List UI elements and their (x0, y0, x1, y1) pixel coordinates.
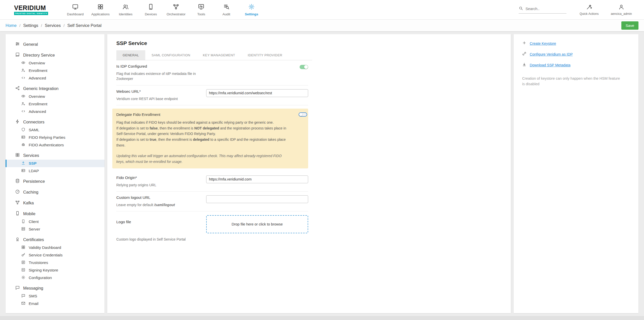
nav-item-dashboard[interactable]: Dashboard (63, 4, 88, 16)
sidebar-item-label: Persistence (23, 179, 45, 184)
nav-item-settings[interactable]: Settings (239, 4, 264, 16)
sidebar-item-fido-authenticators[interactable]: FIDO Authenticators (6, 141, 104, 149)
server-icon (21, 227, 25, 232)
sidebar-item-client[interactable]: Client (6, 218, 104, 225)
enroll-icon (21, 68, 25, 73)
sidebar-item-connectors[interactable]: Connectors (6, 118, 104, 126)
sidebar-item-ldap[interactable]: LDAP (6, 167, 104, 175)
sidebar-item-label: FIDO Relying Parties (29, 135, 65, 140)
websec-url-input[interactable] (206, 89, 308, 97)
sidebar-item-service-credentials[interactable]: Service Credentials (6, 251, 104, 259)
phone-icon (15, 211, 20, 217)
is-idp-toggle[interactable] (300, 65, 308, 69)
sidebar-item-sms[interactable]: SMS (6, 292, 104, 300)
sidebar-item-generic-integration[interactable]: Generic Integration (6, 84, 104, 93)
link-icon (522, 52, 526, 57)
action-create-keystore[interactable]: Create Keystore (522, 41, 630, 46)
sidebar-item-label: Truststores (29, 260, 48, 265)
sms-icon (21, 294, 25, 299)
sidebar-item-mobile[interactable]: Mobile (6, 209, 104, 218)
sidebar-item-label: Connectors (23, 120, 44, 124)
nav-item-label: Devices (145, 12, 157, 16)
sidebar-item-truststores[interactable]: Truststores (6, 259, 104, 266)
tab-key-management[interactable]: KEY MANAGEMENT (197, 50, 241, 60)
users-icon (122, 4, 129, 11)
breadcrumb-self-service-portal[interactable]: Self Service Portal (61, 23, 101, 28)
custom-logout-url-input[interactable] (206, 195, 308, 203)
upload-icon (21, 161, 25, 166)
top-action-label: Quick Actions (580, 12, 599, 16)
breadcrumb-home[interactable]: Home (6, 23, 17, 28)
logo-dropzone[interactable]: Drop file here or click to browse (206, 215, 308, 233)
sidebar-item-messaging[interactable]: Messaging (6, 284, 104, 292)
sidebar-item-ssp[interactable]: SSP (6, 160, 104, 167)
sidebar-item-overview[interactable]: Overview (6, 93, 104, 100)
sidebar-item-signing-keystore[interactable]: Signing Keystore (6, 266, 104, 274)
sidebar-item-validity-dashboard[interactable]: Validity Dashboard (6, 244, 104, 251)
tab-identity-provider[interactable]: IDENTITY PROVIDER (241, 50, 289, 60)
phone-icon (21, 219, 25, 224)
key-icon (21, 253, 25, 258)
audit-icon (223, 4, 230, 11)
sidebar-item-kafka[interactable]: Kafka (6, 199, 104, 207)
sidebar-item-saml[interactable]: SAML (6, 126, 104, 134)
sidebar-item-general[interactable]: General (6, 40, 104, 49)
save-button[interactable]: Save (621, 21, 638, 30)
footer-strip (0, 316, 644, 320)
sidebar-item-enrollment[interactable]: Enrollment (6, 67, 104, 74)
action-download-ssp-metadata[interactable]: Download SSP Metadata (522, 62, 630, 68)
sidebar-item-enrollment[interactable]: Enrollment (6, 100, 104, 108)
nav-item-label: Applications (91, 12, 110, 16)
idcard-icon (21, 135, 25, 140)
action-configure-veridium-as-idp[interactable]: Configure Veridium as IDP (522, 52, 630, 57)
delegate-fido-toggle[interactable] (299, 112, 307, 117)
tab-saml-configuration[interactable]: SAML CONFIGURATION (145, 50, 197, 60)
search-input[interactable] (525, 7, 566, 11)
sidebar-item-advanced[interactable]: Advanced (6, 74, 104, 82)
sidebar-item-caching[interactable]: Caching (6, 188, 104, 196)
gauge-icon (15, 189, 20, 195)
sidebar-item-advanced[interactable]: Advanced (6, 108, 104, 115)
top-action-aencica-admin[interactable]: aencica_admin (611, 4, 632, 16)
fingerprint-icon (21, 143, 25, 148)
fido-origin-input[interactable] (206, 175, 308, 183)
zap-icon (15, 119, 20, 125)
flow-icon (15, 200, 20, 206)
nav-item-identities[interactable]: Identities (113, 4, 138, 16)
breadcrumb-bar: Home Settings Services Self Service Port… (0, 20, 644, 31)
veridium-logo[interactable]: VERIDIUM TRUSTED DIGITAL IDENTITY (14, 4, 48, 15)
sidebar-item-server[interactable]: Server (6, 225, 104, 233)
nav-item-applications[interactable]: Applications (88, 4, 113, 16)
breadcrumb-services[interactable]: Services (38, 23, 61, 28)
sidebar-item-email[interactable]: Email (6, 300, 104, 307)
sidebar-item-fido-relying-parties[interactable]: FIDO Relying Parties (6, 134, 104, 141)
nav-item-orchestrator[interactable]: Orchestrator (163, 4, 189, 16)
sidebar-item-overview[interactable]: Overview (6, 59, 104, 67)
nav-item-audit[interactable]: Audit (214, 4, 239, 16)
search-icon (519, 6, 523, 12)
sidebar-item-label: Enrollment (29, 102, 47, 106)
fido-origin-label: Fido Origin* (116, 175, 200, 180)
db-icon (15, 178, 20, 184)
field-is-idp-configured: Is IDP Configured Flag that indicates ex… (116, 60, 308, 85)
top-nav: VERIDIUM TRUSTED DIGITAL IDENTITY Dashbo… (0, 0, 644, 20)
sidebar-item-certificates[interactable]: Certificates (6, 235, 104, 244)
sidebar-item-services[interactable]: Services (6, 151, 104, 160)
sidebar-item-label: Enrollment (29, 68, 47, 73)
eye-icon (21, 94, 25, 99)
nav-item-devices[interactable]: Devices (138, 4, 163, 16)
flow-icon (173, 4, 179, 11)
sidebar-item-directory-service[interactable]: Directory Service (6, 51, 104, 59)
sidebar-item-persistence[interactable]: Persistence (6, 177, 104, 186)
content-area: General Directory Service Overview Enrol… (0, 31, 644, 313)
cert-icon (15, 237, 20, 243)
tab-general[interactable]: GENERAL (116, 50, 145, 60)
sidebar-item-label: Service Credentials (29, 253, 62, 257)
top-action-quick-actions[interactable]: Quick Actions (580, 4, 599, 16)
side-actions-panel: Create Keystore Configure Veridium as ID… (514, 34, 638, 313)
nav-item-tools[interactable]: Tools (189, 4, 214, 16)
sidebar-item-configuration[interactable]: Configuration (6, 274, 104, 282)
is-idp-label: Is IDP Configured (116, 64, 200, 69)
breadcrumb-settings[interactable]: Settings (17, 23, 38, 28)
phone-icon (148, 4, 154, 11)
